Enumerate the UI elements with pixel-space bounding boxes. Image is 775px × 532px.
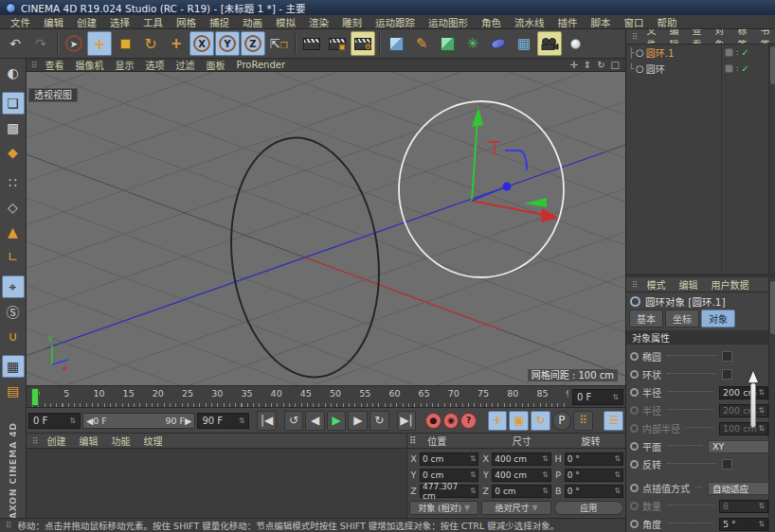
coordinate-field[interactable]: 0 cm⇅ (420, 452, 478, 466)
viewport-rotate-icon[interactable]: ↻ (594, 60, 607, 70)
last-tool-button[interactable]: + (164, 31, 189, 56)
menu-工具[interactable]: 工具 (136, 15, 170, 29)
model-mode-button[interactable]: ❏ (2, 92, 25, 115)
render-view-button[interactable] (299, 31, 324, 56)
smooth-tag-icon[interactable]: ✓ (741, 63, 748, 74)
menu-渲染[interactable]: 渲染 (302, 15, 335, 29)
smooth-tag-icon[interactable]: ✓ (741, 47, 748, 58)
menu-运动图形[interactable]: 运动图形 (422, 15, 475, 29)
viewport-zoom-icon[interactable]: ⇕ (581, 60, 594, 70)
viewport-toggle-icon[interactable]: □ (608, 60, 622, 70)
menu-创建[interactable]: 创建 (70, 15, 103, 29)
spinner-arrows-icon[interactable]: ⇅ (470, 454, 477, 463)
add-primitive-button[interactable] (384, 31, 408, 56)
range-right-arrow-icon[interactable]: ▶ (185, 416, 191, 426)
object-manager-scrollbar[interactable] (768, 44, 775, 274)
snap-settings-button[interactable]: Ⓢ (2, 300, 25, 323)
scrollbar-thumb[interactable] (770, 46, 775, 84)
coordinate-mode-dropdown[interactable]: 对象 (相对)▼ (409, 501, 478, 515)
range-left-arrow-icon[interactable]: ◀ (86, 416, 93, 426)
property-dropdown[interactable]: 自动适应 (708, 482, 774, 495)
object-row[interactable]: ├○圆环.1∶✓ (626, 44, 768, 61)
menu-雕刻[interactable]: 雕刻 (335, 15, 369, 29)
end-frame-field[interactable]: 90 F⇅ (197, 413, 249, 429)
material-menu-创建[interactable]: 创建 (41, 434, 73, 448)
goto-end-button[interactable]: ▶| (397, 411, 417, 431)
enable-axis-button[interactable]: ∟ (2, 245, 25, 268)
menu-动画[interactable]: 动画 (236, 15, 269, 29)
menu-选择[interactable]: 选择 (103, 15, 136, 29)
animation-toggle-icon[interactable] (630, 388, 639, 397)
spinner-arrows-icon[interactable]: ⇅ (542, 470, 549, 479)
keyframe-presets-button[interactable]: ☰ (604, 411, 623, 431)
next-key-button[interactable]: ↻ (369, 411, 389, 431)
record-options-button[interactable]: ? (460, 413, 477, 429)
viewport-menu-摄像机[interactable]: 摄像机 (70, 58, 110, 72)
material-menu-功能[interactable]: 功能 (105, 434, 137, 448)
lock-y-button[interactable]: Y (215, 31, 240, 56)
property-spinner[interactable]: 200 cm⇅ (719, 386, 768, 399)
coordinate-field[interactable]: 400 cm⇅ (492, 469, 550, 482)
lock-z-button[interactable]: Z (241, 31, 265, 56)
rotate-tool-button[interactable]: ↻ (138, 31, 163, 56)
property-spinner[interactable]: 200 cm⇅ (719, 404, 768, 417)
tab-坐标[interactable]: 坐标 (665, 310, 699, 328)
section-header[interactable]: 对象属性 (626, 330, 775, 345)
play-button[interactable]: ▶ (327, 411, 347, 431)
next-frame-button[interactable]: ▶ (348, 411, 368, 431)
playhead[interactable] (31, 388, 39, 406)
animation-toggle-icon[interactable] (630, 442, 639, 451)
frame-range-slider[interactable]: ◀ 0 F 90 F ▶ (82, 413, 195, 429)
viewport-solo-button[interactable]: ⌖ (2, 275, 25, 298)
animation-toggle-icon[interactable] (630, 370, 639, 379)
viewport-menu-ProRender[interactable]: ProRender (231, 60, 291, 70)
property-spinner[interactable]: 100 cm⇅ (719, 422, 768, 435)
view-label[interactable]: 透视视图 (28, 88, 78, 102)
viewport-menu-面板[interactable]: 面板 (201, 58, 231, 72)
autokey-button[interactable]: ◉ (443, 413, 460, 429)
animation-toggle-icon[interactable] (630, 520, 639, 528)
tab-对象[interactable]: 对象 (701, 310, 735, 328)
scale-tool-button[interactable] (113, 31, 137, 56)
record-rotation-button[interactable]: ↻ (531, 411, 550, 431)
visibility-dots-icon[interactable]: ∶ (736, 64, 738, 74)
object-menu-标签[interactable]: 标签 (731, 29, 754, 44)
render-settings-button[interactable]: ⚙ (351, 31, 375, 56)
object-menu-书签[interactable]: 书签 (754, 29, 775, 44)
scrollbar-thumb[interactable] (770, 281, 775, 334)
coordinate-field[interactable]: 0 °⇅ (565, 485, 623, 498)
menu-模拟[interactable]: 模拟 (269, 15, 302, 29)
add-generator-button[interactable] (435, 31, 460, 56)
property-spinner[interactable]: 8⇅ (719, 500, 768, 513)
spinner-arrows-icon[interactable]: ⇅ (758, 520, 765, 528)
animation-toggle-icon[interactable] (630, 352, 639, 361)
viewport-menu-选项[interactable]: 选项 (140, 58, 171, 72)
goto-start-button[interactable]: |◀ (257, 411, 277, 431)
record-keyframe-button[interactable]: ● (425, 413, 442, 429)
object-menu-编辑[interactable]: 编辑 (663, 29, 686, 44)
animation-toggle-icon[interactable] (630, 502, 639, 510)
circle-spline-selected[interactable] (399, 101, 564, 277)
menu-流水线[interactable]: 流水线 (508, 15, 551, 29)
make-editable-button[interactable]: ◐ (2, 62, 25, 84)
timeline-ruler[interactable]: 051015202530354045505560657075808590 0 F… (27, 385, 625, 408)
texture-tag-icon[interactable] (725, 48, 733, 57)
attribute-manager-scrollbar[interactable] (768, 277, 775, 532)
spinner-arrows-icon[interactable]: ⇅ (69, 417, 76, 425)
render-picture-viewer-button[interactable]: ▣ (325, 31, 350, 56)
lock-workplane-button[interactable]: ▦ (2, 355, 25, 378)
point-level-animation-button[interactable]: ⠿ (573, 411, 593, 431)
frame-spinner[interactable]: 0 F⇅ (572, 389, 623, 405)
record-position-button[interactable]: + (488, 411, 508, 431)
menu-角色[interactable]: 角色 (475, 15, 508, 29)
undo-button[interactable]: ↶ (3, 31, 27, 56)
animation-toggle-icon[interactable] (630, 484, 639, 492)
spinner-arrows-icon[interactable]: ⇅ (758, 502, 765, 510)
animation-toggle-icon[interactable] (630, 424, 639, 433)
texture-tag-icon[interactable] (725, 64, 733, 73)
spinner-arrows-icon[interactable]: ⇅ (542, 487, 549, 495)
coordinate-field[interactable]: 0 °⇅ (565, 452, 623, 466)
planar-workplane-button[interactable]: ▤ (2, 380, 25, 402)
attribute-menu-用户数据[interactable]: 用户数据 (705, 277, 756, 292)
menu-运动跟踪[interactable]: 运动跟踪 (369, 15, 422, 29)
